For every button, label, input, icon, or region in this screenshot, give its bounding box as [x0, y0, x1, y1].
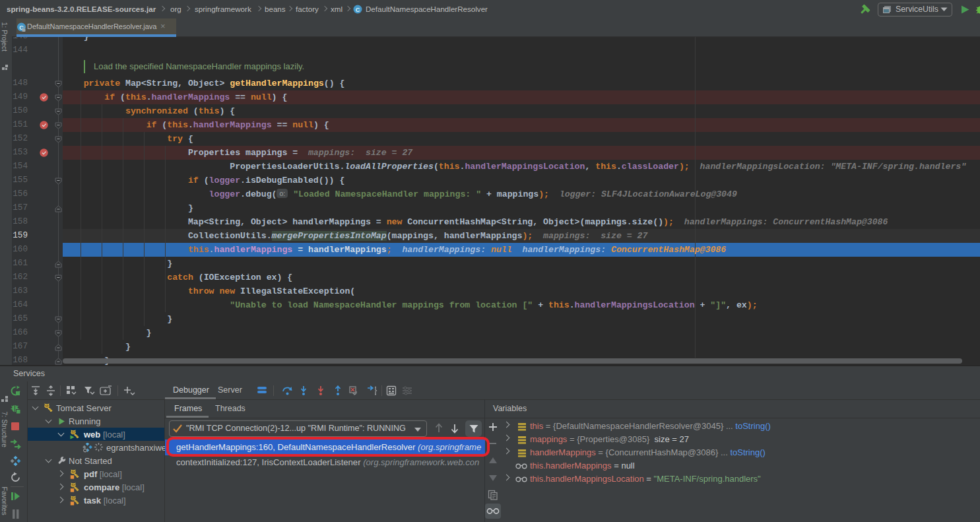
svg-text:C: C	[356, 7, 360, 13]
